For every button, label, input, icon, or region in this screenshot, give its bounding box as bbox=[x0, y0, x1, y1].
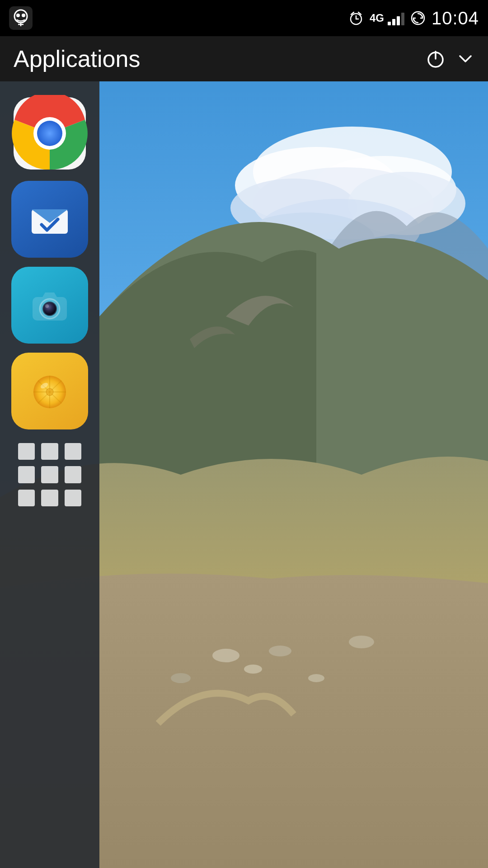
svg-point-11 bbox=[269, 646, 291, 656]
grid-dot-4 bbox=[18, 466, 35, 483]
grid-dot-5 bbox=[41, 466, 58, 483]
grid-dot-7 bbox=[18, 490, 35, 506]
camera-app-icon[interactable] bbox=[11, 267, 88, 344]
alarm-icon bbox=[348, 10, 364, 26]
svg-point-14 bbox=[349, 636, 374, 648]
network-indicator: 4G bbox=[370, 11, 404, 25]
app-bar: Applications bbox=[0, 36, 488, 81]
squeezer-app-icon[interactable] bbox=[11, 353, 88, 429]
grid-dot-2 bbox=[41, 443, 58, 460]
grid-dot-1 bbox=[18, 443, 35, 460]
power-button[interactable] bbox=[424, 47, 447, 71]
sync-icon bbox=[410, 10, 426, 26]
svg-point-17 bbox=[16, 14, 20, 17]
grid-dot-8 bbox=[41, 490, 58, 506]
chrome-app-icon[interactable] bbox=[11, 95, 88, 172]
svg-point-18 bbox=[22, 14, 25, 17]
svg-point-33 bbox=[37, 121, 62, 146]
status-bar-left bbox=[9, 6, 33, 30]
grid-dot-3 bbox=[65, 443, 81, 460]
grid-dot-6 bbox=[65, 466, 81, 483]
svg-point-9 bbox=[212, 649, 239, 662]
svg-point-13 bbox=[171, 673, 191, 683]
signal-strength-icon bbox=[388, 11, 404, 25]
svg-point-46 bbox=[46, 388, 53, 396]
page-title: Applications bbox=[14, 45, 140, 72]
app-bar-actions bbox=[424, 47, 474, 71]
status-bar-right: 4G 10:04 bbox=[348, 8, 479, 28]
svg-point-12 bbox=[308, 674, 324, 682]
app-drawer bbox=[0, 81, 99, 868]
grid-dot-9 bbox=[65, 490, 81, 506]
inbox-app-icon[interactable] bbox=[11, 181, 88, 258]
time-display: 10:04 bbox=[432, 8, 479, 28]
all-apps-grid-button[interactable] bbox=[18, 443, 81, 506]
svg-point-10 bbox=[244, 665, 262, 674]
svg-point-39 bbox=[43, 302, 56, 315]
network-type-label: 4G bbox=[370, 12, 384, 24]
status-bar: 4G 10:04 bbox=[0, 0, 488, 36]
svg-point-40 bbox=[45, 304, 49, 308]
dropdown-button[interactable] bbox=[456, 50, 474, 68]
cyanogen-logo-icon bbox=[9, 6, 33, 30]
